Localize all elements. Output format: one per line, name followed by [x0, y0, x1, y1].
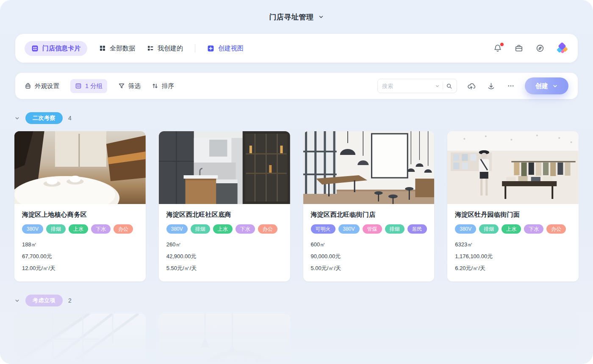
unit-price-value: 5.50元/㎡/天 [166, 264, 283, 272]
create-chevron-down-icon [552, 83, 558, 89]
rent-value: 42,900.00元 [166, 252, 283, 260]
group-badge[interactable]: 考虑立项 [25, 295, 63, 306]
area-value: 600㎡ [311, 240, 427, 248]
tag-list: 380V 排烟 上水 下水 办公 [455, 224, 571, 234]
store-photo-bright-cafe [303, 131, 435, 204]
store-card[interactable]: 海淀区牡丹园临街门面 380V 排烟 上水 下水 办公 6323㎡ 1,176,… [447, 131, 579, 281]
app-window: 门店寻址管理 门店信息卡片 全部数据 我创建的 [0, 0, 593, 364]
area-value: 188㎡ [22, 240, 138, 248]
store-title: 海淀区上地核心商务区 [22, 211, 138, 219]
group-button[interactable]: 1 分组 [70, 79, 107, 93]
tab-label: 全部数据 [110, 44, 135, 52]
tag: 排烟 [46, 224, 66, 234]
group-collapse-icon[interactable] [14, 116, 20, 121]
divider [195, 44, 195, 52]
tag: 居民 [407, 224, 427, 234]
tag: 排烟 [191, 224, 210, 234]
appearance-button[interactable]: 外观设置 [25, 82, 59, 90]
group-header: 二次考察 4 [14, 112, 579, 124]
list-icon [147, 45, 154, 52]
store-card[interactable] [14, 314, 146, 364]
group-count: 4 [68, 115, 72, 121]
card-grid: 海淀区上地核心商务区 380V 排烟 上水 下水 办公 188㎡ 67,700.… [14, 131, 579, 281]
create-view-label: 创建视图 [218, 44, 244, 52]
store-photo-kitchen [159, 131, 290, 204]
store-card[interactable]: 海淀区西北旺临街门店 可明火 380V 管煤 排烟 居民 600㎡ 90,000… [303, 131, 435, 281]
tag: 380V [22, 224, 43, 234]
card-fields: 260㎡ 42,900.00元 5.50元/㎡/天 [166, 240, 283, 272]
filter-label: 筛选 [128, 82, 141, 90]
tag-list: 380V 排烟 上水 下水 办公 [22, 224, 138, 234]
tab-my-created[interactable]: 我创建的 [147, 44, 183, 52]
create-view-button[interactable]: 创建视图 [207, 44, 244, 52]
tag: 排烟 [479, 224, 499, 234]
search-icon[interactable] [446, 83, 452, 89]
base-logo[interactable] [557, 43, 568, 54]
search-input[interactable] [382, 83, 432, 89]
card-fields: 188㎡ 67,700.00元 12.00元/㎡/天 [22, 240, 138, 272]
unit-price-value: 6.20元/㎡/天 [455, 264, 571, 272]
appearance-icon [25, 83, 31, 89]
group-badge[interactable]: 二次考察 [25, 112, 63, 124]
tag-list: 380V 排烟 上水 下水 办公 [166, 224, 283, 234]
plus-square-icon [207, 45, 214, 52]
appearance-label: 外观设置 [35, 82, 59, 90]
tag: 上水 [69, 224, 88, 234]
group-collapse-icon[interactable] [14, 298, 20, 303]
tab-store-info-cards[interactable]: 门店信息卡片 [25, 41, 87, 56]
store-photo-cafe [14, 131, 146, 204]
group-header: 考虑立项 2 [14, 294, 579, 307]
search-scope-chevron-icon[interactable] [435, 84, 440, 88]
tab-all-data[interactable]: 全部数据 [99, 44, 135, 52]
tab-label: 我创建的 [158, 44, 183, 52]
more-options-icon[interactable] [507, 82, 515, 90]
card-fields: 6323㎡ 1,176,100.00元 6.20元/㎡/天 [455, 240, 571, 272]
sort-button[interactable]: 排序 [152, 82, 174, 90]
sort-icon [152, 83, 158, 89]
tag: 380V [455, 224, 476, 234]
bell-icon[interactable] [493, 44, 502, 52]
card-body: 海淀区西北旺社区底商 380V 排烟 上水 下水 办公 260㎡ 42,900.… [159, 204, 290, 281]
create-label: 创建 [535, 82, 548, 90]
create-button[interactable]: 创建 [525, 77, 568, 94]
faded-card-zone [14, 314, 579, 364]
tag: 380V [338, 224, 360, 234]
tag: 下水 [91, 224, 111, 234]
area-value: 6323㎡ [455, 240, 571, 248]
store-photo-skylight-faded [14, 314, 146, 364]
cloud-upload-icon[interactable] [467, 82, 475, 90]
filter-icon [118, 83, 125, 89]
tag: 下水 [236, 224, 255, 234]
card-grid [14, 314, 579, 364]
view-tab-bar: 门店信息卡片 全部数据 我创建的 创建视图 [15, 34, 578, 63]
search-box [377, 79, 457, 93]
store-card[interactable]: 海淀区上地核心商务区 380V 排烟 上水 下水 办公 188㎡ 67,700.… [14, 131, 146, 281]
tag: 上水 [213, 224, 233, 234]
title-bar: 门店寻址管理 [0, 0, 593, 34]
sort-label: 排序 [162, 82, 174, 90]
rent-value: 90,000.00元 [311, 252, 427, 260]
store-title: 海淀区牡丹园临街门面 [455, 211, 571, 219]
filter-button[interactable]: 筛选 [118, 82, 141, 90]
unit-price-value: 5.00元/㎡/天 [311, 264, 427, 272]
store-card[interactable] [159, 314, 290, 364]
tag: 办公 [258, 224, 277, 234]
title-chevron-down-icon[interactable] [318, 14, 324, 20]
divider [443, 83, 443, 89]
tag: 排烟 [385, 224, 405, 234]
compass-icon[interactable] [536, 44, 544, 52]
briefcase-icon[interactable] [515, 44, 523, 52]
tag: 下水 [524, 224, 543, 234]
cards-content: 二次考察 4 [0, 112, 593, 364]
tag: 办公 [114, 224, 133, 234]
rent-value: 67,700.00元 [22, 252, 138, 260]
card-body: 海淀区西北旺临街门店 可明火 380V 管煤 排烟 居民 600㎡ 90,000… [303, 204, 435, 281]
store-card[interactable]: 海淀区西北旺社区底商 380V 排烟 上水 下水 办公 260㎡ 42,900.… [159, 131, 290, 281]
card-body: 海淀区牡丹园临街门面 380V 排烟 上水 下水 办公 6323㎡ 1,176,… [447, 204, 579, 281]
tag: 380V [166, 224, 188, 234]
tag: 可明火 [311, 224, 335, 234]
tag: 管煤 [363, 224, 382, 234]
store-title: 海淀区西北旺临街门店 [311, 211, 427, 219]
tag: 办公 [546, 224, 566, 234]
download-icon[interactable] [487, 82, 495, 90]
